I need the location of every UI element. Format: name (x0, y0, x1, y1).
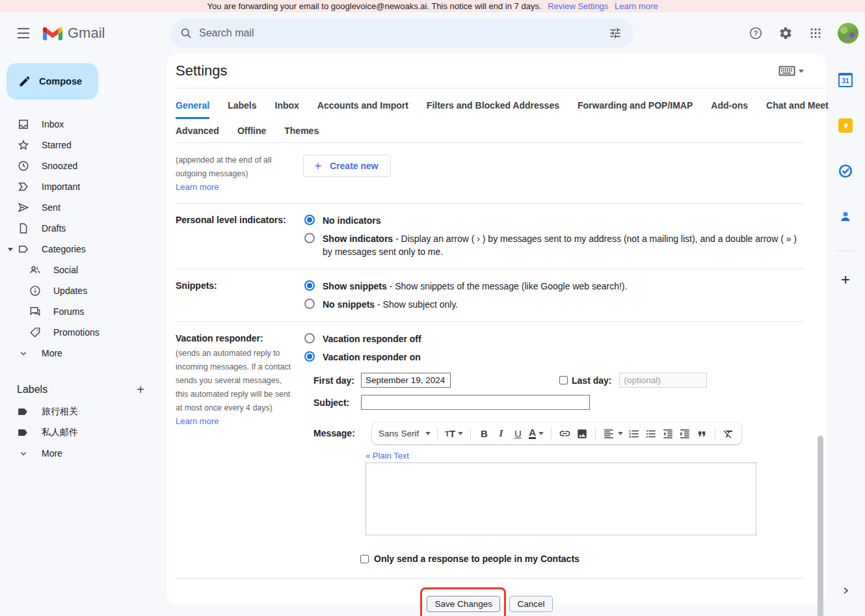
gmail-m-icon (43, 26, 62, 41)
vacation-learn-more-link[interactable]: Learn more (176, 416, 219, 426)
compose-button[interactable]: Compose (7, 63, 98, 100)
search-options-button[interactable] (602, 20, 628, 46)
vacation-on-radio[interactable] (304, 351, 315, 362)
sidebar-item-social[interactable]: Social (0, 260, 166, 280)
search-icon[interactable] (180, 27, 193, 40)
bulleted-list-icon (645, 428, 657, 440)
sidebar-item-forums[interactable]: Forums (0, 301, 166, 322)
tasks-app-button[interactable] (834, 159, 857, 183)
tab-filters[interactable]: Filters and Blocked Addresses (427, 100, 559, 119)
quote-button[interactable] (694, 425, 710, 442)
plain-text-toggle-link[interactable]: « Plain Text (366, 451, 409, 461)
no-indicators-radio[interactable] (304, 215, 315, 225)
tab-labels[interactable]: Labels (228, 100, 256, 119)
first-day-input[interactable] (361, 373, 451, 388)
create-new-signature-button[interactable]: Create new (303, 155, 391, 177)
sidebar-item-snoozed[interactable]: Snoozed (0, 155, 166, 176)
create-label-button[interactable]: + (131, 381, 150, 399)
keyboard-dropdown-caret (799, 70, 804, 73)
sidebar-item-inbox[interactable]: Inbox (0, 114, 166, 135)
section-label: Vacation responder: (176, 333, 263, 343)
sidebar-item-sent[interactable]: Sent (0, 197, 166, 218)
tab-general[interactable]: General (176, 100, 209, 119)
font-size-button[interactable]: TT (443, 425, 465, 442)
contacts-only-checkbox[interactable] (360, 555, 369, 563)
align-button[interactable] (601, 425, 624, 442)
banner-text: You are forwarding your email to googlev… (207, 1, 542, 11)
google-apps-button[interactable] (803, 20, 829, 46)
keyboard-icon (778, 66, 795, 76)
label-item-personal[interactable]: 私人邮件 (0, 422, 166, 443)
sidebar-item-promotions[interactable]: Promotions (0, 322, 166, 343)
sidebar-item-drafts[interactable]: Drafts (0, 218, 166, 239)
show-side-panel-button[interactable] (841, 586, 850, 598)
sidebar-item-updates[interactable]: Updates (0, 280, 166, 301)
sidebar-item-important[interactable]: Important (0, 176, 166, 197)
section-label: Snippets: (176, 280, 217, 291)
underline-button[interactable]: U (510, 425, 526, 442)
scrollbar-thumb[interactable] (818, 436, 823, 616)
search-input[interactable] (199, 27, 602, 39)
tab-accounts-and-import[interactable]: Accounts and Import (317, 100, 408, 119)
compose-label: Compose (39, 76, 82, 87)
tab-advanced[interactable]: Advanced (176, 126, 219, 142)
label-item-travel[interactable]: 旅行相关 (0, 401, 166, 422)
bulleted-list-button[interactable] (643, 425, 659, 442)
tab-inbox[interactable]: Inbox (275, 100, 299, 119)
message-label: Message: (313, 423, 366, 438)
tab-offline[interactable]: Offline (237, 126, 266, 142)
option-label: Vacation responder on (323, 351, 421, 364)
review-settings-link[interactable]: Review Settings (548, 1, 608, 11)
settings-button[interactable] (773, 20, 799, 46)
tab-addons[interactable]: Add-ons (711, 100, 748, 119)
indent-increase-button[interactable] (677, 425, 693, 442)
italic-button[interactable]: I (493, 425, 509, 442)
vacation-off-radio[interactable] (304, 333, 315, 343)
contacts-app-button[interactable] (834, 205, 857, 228)
search-bar[interactable] (170, 18, 633, 48)
insert-link-button[interactable] (557, 425, 573, 442)
collapse-triangle-icon[interactable] (8, 248, 13, 251)
font-family-selector[interactable]: Sans Serif (377, 429, 432, 438)
calendar-app-button[interactable]: 31 (834, 68, 857, 92)
indent-decrease-button[interactable] (660, 425, 676, 442)
option-desc: - Show snippets of the message (like Goo… (387, 281, 628, 291)
send-icon (17, 201, 30, 214)
text-color-button[interactable]: A (527, 425, 546, 442)
header-actions: ? (743, 20, 858, 46)
account-avatar[interactable] (838, 23, 858, 44)
input-method-selector[interactable] (778, 66, 804, 76)
help-button[interactable]: ? (743, 20, 769, 46)
vacation-message-textarea[interactable] (366, 462, 756, 535)
numbered-list-button[interactable] (626, 425, 642, 442)
forwarding-notice-banner: You are forwarding your email to googlev… (0, 0, 865, 12)
hamburger-menu-icon[interactable] (8, 18, 39, 49)
bold-button[interactable]: B (476, 425, 492, 442)
sidebar-item-categories[interactable]: Categories (0, 239, 166, 260)
banner-learn-more-link[interactable]: Learn more (615, 1, 658, 11)
signature-learn-more-link[interactable]: Learn more (176, 182, 219, 192)
show-indicators-radio[interactable] (304, 233, 315, 243)
subject-input[interactable] (361, 395, 590, 410)
no-snippets-radio[interactable] (304, 299, 315, 309)
tab-chat-and-meet[interactable]: Chat and Meet (766, 100, 829, 119)
remove-formatting-button[interactable] (721, 425, 736, 442)
labels-more[interactable]: More (0, 443, 166, 464)
chat-icon (29, 305, 42, 318)
inbox-icon (17, 118, 30, 131)
last-day-input[interactable] (619, 373, 707, 388)
help-icon: ? (749, 26, 763, 40)
sidebar-item-starred[interactable]: Starred (0, 135, 166, 155)
insert-image-button[interactable] (574, 425, 590, 442)
last-day-checkbox[interactable] (559, 376, 568, 384)
show-snippets-radio[interactable] (304, 280, 315, 291)
gmail-wordmark: Gmail (68, 25, 105, 42)
page-title: Settings (176, 62, 778, 79)
tab-forwarding[interactable]: Forwarding and POP/IMAP (578, 100, 693, 119)
tab-themes[interactable]: Themes (284, 126, 319, 142)
cancel-button[interactable]: Cancel (509, 596, 552, 612)
sidebar-item-more[interactable]: More (0, 343, 166, 364)
get-addons-button[interactable]: + (841, 273, 850, 286)
save-changes-button[interactable]: Save Changes (427, 596, 500, 612)
keep-app-button[interactable] (834, 114, 857, 137)
